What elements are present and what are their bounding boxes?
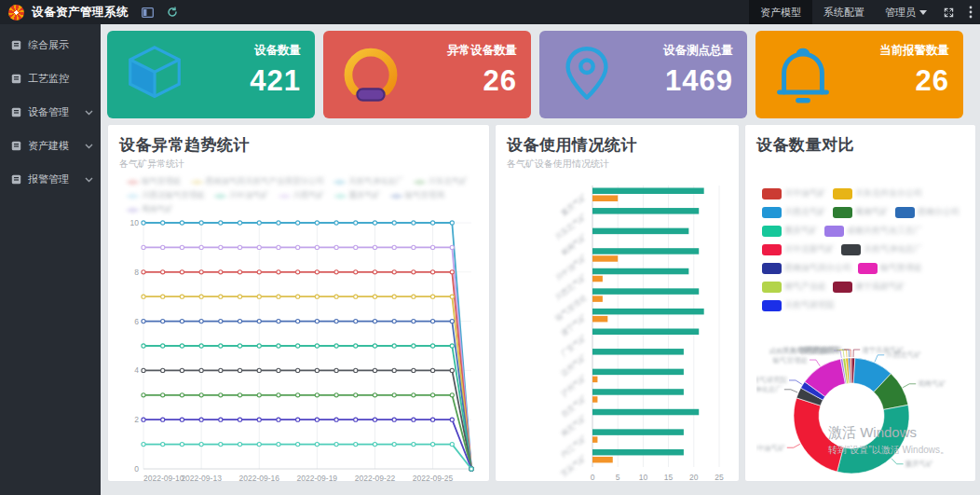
bar-primary — [592, 449, 684, 456]
svg-text:天然气研究院: 天然气研究院 — [756, 376, 788, 384]
sidebar-item-device-mgmt[interactable]: 设备管理 — [0, 100, 101, 125]
svg-text:15: 15 — [664, 473, 674, 482]
document-icon — [11, 40, 21, 50]
legend-item[interactable]: 成都天然气化工总厂 — [824, 225, 922, 237]
svg-text:2022-09-22: 2022-09-22 — [355, 474, 396, 483]
legend-item[interactable]: 西南分公司 — [895, 206, 960, 218]
legend-item[interactable]: 西南油气田分公司 — [762, 262, 851, 274]
legend-marker — [334, 194, 347, 199]
legend-swatch — [762, 282, 782, 293]
sidebar-item-asset-modeling[interactable]: 资产建模 — [0, 133, 101, 158]
legend-item[interactable]: 天然气净化总厂 — [333, 176, 404, 187]
svg-text:20: 20 — [689, 473, 699, 482]
document-icon — [11, 74, 21, 84]
kpi-value: 1469 — [665, 64, 733, 98]
legend-item[interactable]: 蜀南气矿 — [833, 206, 889, 218]
svg-text:蜀南气矿: 蜀南气矿 — [918, 379, 946, 388]
map-pin-icon — [554, 42, 619, 107]
bar-secondary — [592, 276, 603, 282]
legend-item[interactable]: 川东北气矿 — [414, 176, 469, 187]
bar-primary — [592, 369, 684, 376]
sidebar: 综合展示 工艺监控 设备管理 资产建模 报警管理 — [0, 24, 101, 495]
kpi-value: 421 — [250, 64, 301, 98]
pie-chart-legend: 川中油气矿川东北作业分公司川西北气矿蜀南气矿西南分公司重庆气矿成都天然气化工总厂… — [762, 187, 966, 311]
sidebar-item-alarm-mgmt[interactable]: 报警管理 — [0, 167, 101, 192]
donut-slice — [794, 398, 843, 472]
legend-item[interactable]: 蜀南气矿 — [127, 204, 173, 215]
panel-title: 设备异常趋势统计 — [119, 134, 480, 156]
panel-usage-stats: 设备使用情况统计 各气矿设备使用情况统计 0510152025重庆气矿川东北气矿… — [495, 124, 740, 482]
chevron-down-icon — [919, 10, 927, 15]
kpi-card-current-alarms: 当前报警数量 26 — [755, 31, 963, 118]
svg-text:5: 5 — [616, 473, 620, 482]
legend-item[interactable]: 西南油气田天然气产业商贸分公司 — [191, 176, 325, 187]
bar-primary — [592, 349, 684, 355]
user-name: 管理员 — [885, 6, 916, 20]
legend-item[interactable]: 输气管理局 — [390, 190, 445, 201]
legend-item[interactable]: 川中油气矿 — [762, 187, 826, 199]
collapse-sidebar-icon[interactable] — [142, 7, 154, 18]
svg-text:2022-09-25: 2022-09-25 — [413, 474, 454, 483]
sidebar-item-overview[interactable]: 综合展示 — [0, 33, 101, 58]
bar-secondary — [592, 296, 603, 302]
legend-marker — [191, 180, 203, 185]
svg-text:0: 0 — [591, 473, 595, 482]
more-options-icon[interactable] — [961, 6, 980, 19]
bar-secondary — [592, 457, 613, 463]
legend-marker — [127, 208, 139, 213]
bar-secondary — [592, 196, 618, 202]
refresh-icon[interactable] — [167, 7, 178, 18]
bar-primary — [592, 429, 684, 435]
legend-swatch — [858, 263, 878, 274]
legend-item[interactable]: 川中北部气矿 — [762, 243, 835, 255]
bar-primary — [592, 188, 704, 195]
legend-item[interactable]: 输气管理处 — [127, 176, 182, 187]
legend-swatch — [762, 226, 782, 237]
bar-primary — [592, 288, 699, 295]
legend-item[interactable]: 天然气净化总厂 — [841, 243, 922, 255]
legend-item[interactable]: 川东北作业分公司 — [833, 187, 922, 199]
header-nav: 资产模型 系统配置 — [749, 0, 876, 24]
app-title: 设备资产管理系统 — [32, 5, 129, 21]
bar-secondary — [592, 255, 618, 262]
kpi-value: 26 — [483, 64, 517, 98]
chevron-down-icon — [85, 110, 93, 116]
legend-swatch — [833, 282, 852, 293]
fullscreen-icon[interactable] — [936, 7, 961, 18]
kpi-card-device-count: 设备数量 421 — [107, 31, 315, 118]
svg-text:10: 10 — [639, 473, 648, 482]
legend-item[interactable]: 川西气矿 — [279, 190, 325, 201]
bar-primary — [592, 208, 699, 214]
legend-item[interactable]: 重庆气矿 — [762, 225, 818, 237]
user-menu[interactable]: 管理员 — [876, 6, 936, 20]
svg-text:25: 25 — [715, 473, 724, 482]
nav-system-config[interactable]: 系统配置 — [812, 0, 876, 24]
panel-abnormal-trend: 设备异常趋势统计 各气矿异常统计 输气管理处西南油气田天然气产业商贸分公司天然气… — [107, 124, 490, 482]
legend-swatch — [762, 300, 782, 311]
legend-item[interactable]: 天然气研究院 — [762, 299, 835, 311]
legend-swatch — [762, 244, 782, 255]
kpi-label: 当前报警数量 — [879, 43, 949, 59]
nav-asset-model[interactable]: 资产模型 — [749, 0, 812, 24]
svg-text:4: 4 — [134, 365, 139, 375]
legend-item[interactable]: 川西北气矿 — [762, 206, 826, 218]
legend-item[interactable]: 川西北输气管理处 — [127, 190, 205, 201]
svg-text:2022-09-16: 2022-09-16 — [238, 474, 279, 483]
legend-item[interactable]: 遂宁高新气矿 — [833, 281, 905, 293]
bar-primary — [592, 228, 688, 235]
bar-primary — [592, 268, 688, 275]
svg-text:川西北气矿: 川西北气矿 — [886, 351, 921, 359]
chevron-down-icon — [85, 144, 93, 149]
kpi-label: 异常设备数量 — [447, 43, 517, 59]
bar-secondary — [592, 316, 607, 323]
legend-marker — [414, 180, 426, 185]
legend-item[interactable]: 川中油气矿 — [214, 190, 269, 201]
legend-marker — [127, 180, 139, 185]
legend-item[interactable]: 重庆气矿 — [334, 190, 381, 201]
bar-primary — [592, 409, 699, 416]
legend-item[interactable]: 输气管理处 — [858, 262, 922, 274]
svg-text:重庆气矿: 重庆气矿 — [905, 460, 934, 468]
bar-chart: 0510152025重庆气矿川东北气矿蜀南气矿川中油气矿川西北气矿输气管理处遂宁… — [507, 180, 730, 489]
sidebar-item-process-monitor[interactable]: 工艺监控 — [0, 66, 101, 91]
legend-item[interactable]: 燃气产业处 — [762, 281, 826, 293]
